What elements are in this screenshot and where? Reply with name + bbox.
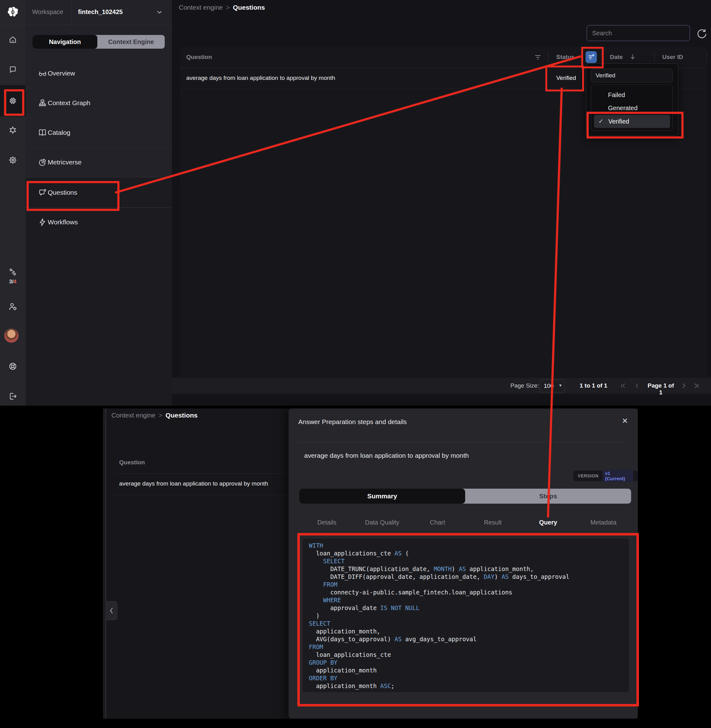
help-lifering-icon[interactable]	[9, 362, 18, 371]
status-filter-options: Failed Generated ✓ Verified	[591, 84, 673, 131]
option-verified-selected[interactable]: ✓ Verified	[594, 115, 670, 128]
sort-arrow-down-icon[interactable]	[630, 54, 636, 60]
usage-route-icon[interactable]	[9, 268, 17, 276]
brain-logo-icon	[6, 6, 20, 19]
subtab-query[interactable]: Query	[521, 516, 575, 529]
sidebar-item-questions[interactable]: Questions	[26, 177, 172, 208]
version-label: VERSION	[578, 473, 599, 478]
sidebar-item-label: Context Graph	[48, 99, 90, 107]
prev-page-icon[interactable]	[634, 382, 640, 389]
page-size-select[interactable]: 100 ▾	[540, 380, 565, 393]
column-question: Question	[186, 54, 212, 61]
row-separator	[114, 495, 289, 495]
row-question-text[interactable]: average days from loan application to ap…	[119, 480, 268, 487]
breadcrumb-separator: >	[158, 412, 162, 419]
nav-panel: Workspace fintech_102425 Navigation Cont…	[26, 0, 172, 406]
option-label: Generated	[608, 105, 638, 112]
first-page-icon[interactable]	[620, 382, 627, 389]
tab-navigation[interactable]: Navigation	[32, 35, 97, 49]
context-engine-chip-icon[interactable]	[8, 96, 18, 105]
app-logo[interactable]	[0, 0, 26, 25]
search-input[interactable]	[587, 25, 690, 41]
top-screenshot-section: 3/4 Workspace fintech_102425	[0, 0, 711, 406]
page-size-value: 100	[544, 382, 554, 390]
question-bubble-icon	[38, 188, 47, 197]
breadcrumb-separator: >	[226, 4, 230, 11]
sidebar-item-overview[interactable]: Overview	[26, 58, 172, 88]
modal-divider	[298, 442, 625, 442]
app-root: 3/4 Workspace fintech_102425	[0, 0, 711, 728]
user-settings-icon[interactable]	[9, 303, 18, 312]
topbar-divider	[71, 0, 72, 25]
chevron-down-icon[interactable]	[156, 10, 162, 14]
breadcrumb-current: Questions	[233, 4, 265, 11]
sidebar-item-label: Catalog	[48, 129, 70, 136]
column-user-id: User ID	[662, 54, 683, 61]
sidebar-item-label: Overview	[48, 69, 75, 77]
glasses-icon	[38, 69, 47, 78]
page-size-label: Page Size:	[510, 382, 539, 389]
funnel-filter-icon[interactable]	[534, 54, 541, 61]
option-failed[interactable]: Failed	[591, 88, 673, 102]
detail-subtabs: Details Data Quality Chart Result Query …	[299, 516, 631, 529]
sql-code: WITH loan_applications_cte AS ( SELECT D…	[302, 539, 629, 692]
user-avatar[interactable]	[4, 328, 19, 343]
version-badge: VERSION v1 (Current)	[574, 471, 638, 481]
panel-mode-toggle: Navigation Context Engine	[32, 35, 165, 49]
header-divider	[654, 52, 655, 62]
header-divider	[548, 52, 549, 62]
sidebar-item-catalog[interactable]: Catalog	[26, 118, 172, 148]
refresh-icon[interactable]	[696, 28, 707, 39]
detail-screenshot-section: Context engine>Questions Question averag…	[103, 409, 638, 719]
workspace-topbar: Workspace fintech_102425	[26, 0, 172, 25]
subtab-chart[interactable]: Chart	[410, 516, 465, 529]
next-page-icon[interactable]	[681, 382, 687, 389]
row-separator	[114, 473, 289, 474]
subtab-details[interactable]: Details	[299, 516, 354, 529]
breadcrumb: Context engine>Questions	[111, 412, 198, 419]
breadcrumb-parent[interactable]: Context engine	[179, 4, 223, 11]
sparkle-icon[interactable]	[9, 126, 17, 134]
status-filter-input[interactable]	[591, 69, 673, 83]
tab-context-engine[interactable]: Context Engine	[97, 35, 165, 49]
sidebar-item-label: Metricverse	[48, 158, 82, 166]
sidebar-item-workflows[interactable]: Workflows	[26, 208, 172, 236]
column-status: Status	[556, 54, 574, 61]
usage-counter: 3/4	[9, 279, 16, 285]
option-label: Failed	[608, 92, 625, 99]
subtab-metadata[interactable]: Metadata	[576, 516, 631, 529]
sidebar-item-context-graph[interactable]: Context Graph	[26, 88, 172, 118]
subtab-data-quality[interactable]: Data Quality	[354, 516, 410, 529]
subtab-result[interactable]: Result	[465, 516, 521, 529]
pagination-bar: Page Size: 100 ▾ 1 to 1 of 1 Page 1 of 1	[172, 378, 711, 394]
tab-steps[interactable]: Steps	[465, 489, 631, 504]
chat-icon[interactable]	[9, 65, 17, 74]
open-book-icon	[38, 128, 47, 137]
header-divider	[707, 52, 707, 62]
home-icon[interactable]	[9, 35, 17, 44]
version-value[interactable]: v1 (Current)	[602, 470, 633, 482]
workspace-name[interactable]: fintech_102425	[78, 9, 122, 16]
caret-down-icon: ▾	[559, 382, 562, 388]
pie-chart-icon	[38, 158, 47, 167]
tab-summary[interactable]: Summary	[299, 489, 465, 504]
summary-steps-toggle: Summary Steps	[299, 489, 631, 504]
row-status-badge: Verified	[556, 75, 576, 81]
collapse-panel-button[interactable]	[106, 601, 117, 620]
close-icon[interactable]: ✕	[622, 416, 628, 425]
chevron-left-icon	[109, 607, 114, 614]
breadcrumb-parent[interactable]: Context engine	[111, 412, 155, 419]
last-page-icon[interactable]	[693, 382, 699, 389]
column-date[interactable]: Date	[610, 54, 623, 61]
gear-icon[interactable]	[9, 156, 18, 165]
search-box	[587, 25, 690, 41]
sidebar-item-metricverse[interactable]: Metricverse	[26, 147, 172, 177]
check-icon: ✓	[598, 118, 603, 125]
breadcrumb-current: Questions	[166, 412, 198, 419]
workspace-label: Workspace	[32, 9, 63, 16]
option-generated[interactable]: Generated	[591, 102, 673, 114]
status-filter-button[interactable]	[586, 51, 597, 63]
icon-rail: 3/4	[0, 0, 26, 406]
logout-icon[interactable]	[9, 392, 17, 401]
option-label: Verified	[608, 118, 629, 125]
